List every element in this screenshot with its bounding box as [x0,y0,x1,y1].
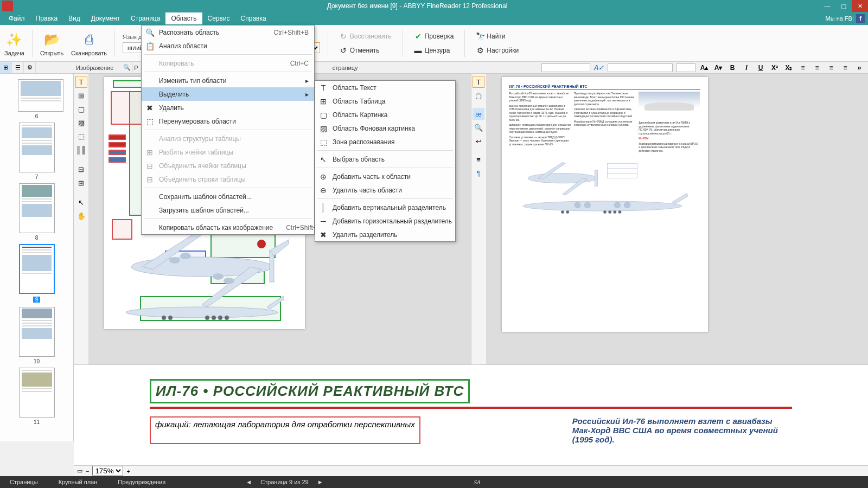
align-right-icon[interactable]: ≡ [826,63,837,73]
view-grid-icon[interactable]: ⊞ [0,62,12,73]
window-title: Документ без имени [9] - ABBYY FineReade… [15,2,819,10]
menu-item[interactable]: Изменить тип области▸ [142,74,314,87]
table-row-tool[interactable]: ⊞ [75,177,87,189]
find-button[interactable]: 🔭Найти [473,30,522,42]
menu-item[interactable]: ✖Удалить [142,101,314,114]
menu-item[interactable]: Выделить▸ [142,87,314,101]
menu-item[interactable]: 🔍Распознать областьCtrl+Shift+B [142,25,314,39]
align-justify-icon[interactable]: ≡ [840,63,851,73]
view-gear-icon[interactable]: ⚙ [24,62,36,73]
underline-button[interactable]: U [755,63,766,73]
thumb-6[interactable]: 6 [18,79,56,119]
next-page-icon[interactable]: ► [317,479,323,485]
thumb-9[interactable]: 9 [18,244,56,304]
status-warnings-tab[interactable]: Предупреждения [112,477,171,487]
picture-tool[interactable]: ▢ [473,89,484,101]
more-icon[interactable]: » [854,63,865,73]
props-tool[interactable]: ≡ [473,153,484,165]
background-area-tool[interactable]: ▨ [75,117,87,129]
align-left-icon[interactable]: ≡ [797,63,808,73]
search-tool[interactable]: 🔍 [473,121,484,133]
menu-item[interactable]: 📋Анализ области [142,39,314,53]
closeup-view-icon[interactable]: ▭ [77,467,82,474]
menu-file[interactable]: Файл [3,12,30,24]
status-pages-tab[interactable]: Страницы [4,477,43,487]
menu-item[interactable]: TОбласть Текст [315,81,455,94]
font-size-select[interactable] [676,63,695,72]
scan-button[interactable]: ⎙ Сканировать [71,30,107,56]
menu-item[interactable]: ─Добавить горизонтальный разделитель [315,214,455,228]
shrink-font-icon[interactable]: A▾ [713,63,724,73]
align-center-icon[interactable]: ≡ [812,63,822,73]
barcode-tool[interactable]: ║║ [75,144,87,156]
menu-item[interactable]: Сохранить шаблон областей... [142,190,314,203]
menu-item[interactable]: ✖Удалить разделитель [315,228,455,241]
picture-area-tool[interactable]: ▢ [75,103,87,115]
menu-service[interactable]: Сервис [202,12,235,24]
closeup-zoom-in-icon[interactable]: + [126,468,130,474]
censor-button[interactable]: ▬Цензура [411,44,457,56]
undo-button[interactable]: ↺Отменить [336,44,395,56]
menu-item[interactable]: ⊕Добавить часть к области [315,170,455,183]
zoom-icon[interactable]: 🔍 [121,62,133,73]
grow-font-icon[interactable]: A▴ [699,63,710,73]
font-style-icon[interactable]: A✓ [593,63,604,73]
previous-tool[interactable]: ↩ [473,135,484,147]
menu-item[interactable]: ▨Область Фоновая картинка [315,121,455,135]
menu-item[interactable]: ▢Область Картинка [315,108,455,121]
menu-area[interactable]: Область [165,12,202,24]
check-button[interactable]: ✔Проверка [411,30,457,42]
table-split-tool[interactable]: ⊟ [75,163,87,175]
menu-item[interactable]: │Добавить вертикальный разделитель [315,201,455,214]
italic-button[interactable]: I [741,63,752,73]
prev-page-icon[interactable]: ◄ [246,479,252,485]
menu-item[interactable]: Загрузить шаблон областей... [142,203,314,217]
status-closeup-tab[interactable]: Крупный план [53,477,103,487]
hand-tool[interactable]: ✋ [75,210,87,222]
menu-item[interactable]: ↖Выбрать область [315,152,455,166]
bold-button[interactable]: B [727,63,738,73]
facebook-icon[interactable]: f [856,14,865,23]
maximize-button[interactable]: ▢ [835,0,852,12]
menu-item[interactable]: ⬚Зона распознавания [315,135,455,149]
recognition-zone-tool[interactable]: ⬚ [75,130,87,142]
subscript-button[interactable]: X₂ [783,63,794,73]
view-list-icon[interactable]: ☰ [12,62,24,73]
menu-view[interactable]: Вид [63,12,86,24]
superscript-button[interactable]: X² [769,63,780,73]
table-area-tool[interactable]: ⊞ [75,89,87,101]
menu-edit[interactable]: Правка [30,12,63,24]
text-area-tool[interactable]: T [75,76,87,88]
restore-button[interactable]: ↻Восстановить [336,30,395,42]
minimize-button[interactable]: — [819,0,835,12]
settings-button[interactable]: ⚙Настройки [473,44,522,56]
pilcrow-tool[interactable]: ¶ [473,167,484,179]
svg-point-14 [205,316,209,320]
thumb-7[interactable]: 7 [18,123,56,180]
thumb-11[interactable]: 11 [18,368,56,425]
thumb-10[interactable]: 10 [18,307,56,364]
closeup-zoom-out-icon[interactable]: − [86,468,89,474]
closeup-zoom-select[interactable]: 175% [92,466,123,476]
font-style-select[interactable] [608,63,673,72]
pointer-tool[interactable]: ↖ [75,196,87,208]
thumb-8[interactable]: 8 [18,183,56,241]
menu-item[interactable]: ⬚Перенумеровать области [142,114,314,128]
menu-page[interactable]: Страница [125,12,165,24]
menu-item[interactable]: ⊞Область Таблица [315,94,455,108]
dict-tool[interactable]: æ [473,108,484,120]
font-family-select[interactable] [541,63,590,72]
open-button[interactable]: 📂 Открыть [40,30,63,56]
menu-document[interactable]: Документ [86,12,125,24]
menu-item[interactable]: Копировать область как изображениеCtrl+S… [142,221,314,234]
menu-item-icon: ⬚ [318,137,328,147]
task-button[interactable]: ✨ Задача [4,30,24,56]
output-page[interactable]: ИЛ-76 • РОССИЙСКИЙ РЕАКТИВНЫЙ ВТС Россий… [502,77,708,332]
image-tab-label[interactable]: Изображение [68,65,121,71]
svg-point-28 [584,202,590,208]
menu-item[interactable]: ⊖Удалить часть области [315,183,455,197]
text-tool[interactable]: T [473,76,484,88]
svg-point-29 [614,202,620,208]
close-button[interactable]: ✕ [852,0,868,12]
menu-help[interactable]: Справка [235,12,272,24]
